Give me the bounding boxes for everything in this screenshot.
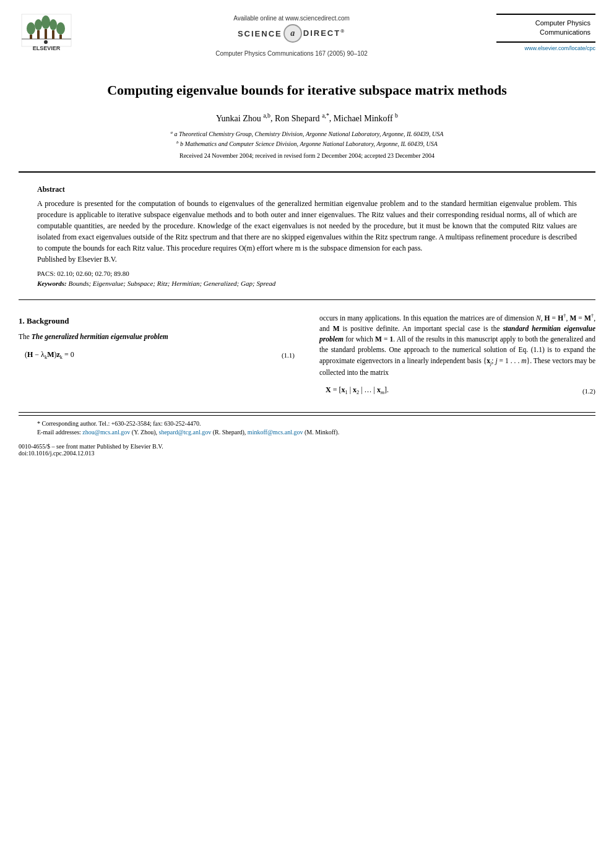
article-header: Computing eigenvalue bounds for iterativ… [0, 63, 614, 159]
svg-rect-10 [52, 30, 54, 39]
pacs-line: PACS: 02.10; 02.60; 02.70; 89.80 [37, 270, 577, 277]
header-right: Computer Physics Communications www.else… [496, 11, 595, 51]
article-title: Computing eigenvalue bounds for iterativ… [37, 82, 577, 100]
header-center: Available online at www.sciencedirect.co… [87, 11, 496, 57]
received-info: Received 24 November 2004; received in r… [37, 152, 577, 159]
keywords-label: Keywords: [37, 280, 67, 287]
col2-paragraph1: occurs in many applications. In this equ… [319, 312, 595, 378]
available-online-text: Available online at www.sciencedirect.co… [233, 15, 350, 22]
equation-1-1: (H − λkM)zk = 0 (1.1) [19, 349, 295, 362]
svg-point-1 [27, 22, 35, 35]
svg-rect-8 [37, 30, 40, 39]
email3-link[interactable]: minkoff@mcs.anl.gov [248, 429, 303, 436]
svg-point-12 [44, 40, 48, 44]
svg-text:ELSEVIER: ELSEVIER [33, 45, 61, 51]
svg-rect-11 [59, 35, 62, 39]
section-1-title: 1. Background [19, 315, 295, 327]
svg-rect-9 [45, 29, 47, 39]
svg-point-3 [41, 15, 50, 29]
svg-rect-7 [30, 35, 32, 39]
abstract-title: Abstract [37, 185, 577, 194]
header: ELSEVIER Available online at www.science… [0, 0, 614, 63]
email-addresses: E-mail addresses: zhou@mcs.anl.gov (Y. Z… [37, 428, 577, 437]
column-right: occurs in many applications. In this equ… [313, 312, 595, 403]
svg-point-5 [56, 22, 65, 35]
direct-text: DIRECT® [303, 28, 345, 38]
journal-title-text: Computer Physics Communications [501, 19, 590, 38]
body-columns: 1. Background The The generalized hermit… [0, 306, 614, 410]
abstract-text: A procedure is presented for the computa… [37, 198, 577, 254]
page: ELSEVIER Available online at www.science… [0, 0, 614, 868]
abstract-divider [19, 299, 595, 300]
section1-intro: The The generalized hermitian eigenvalue… [19, 332, 295, 342]
email1-link[interactable]: zhou@mcs.anl.gov [82, 429, 130, 436]
sciencedirect-logo: SCIENCE a DIRECT® [238, 24, 345, 43]
eq11-content: (H − λkM)zk = 0 [19, 349, 270, 362]
copyright-line: 0010-4655/$ – see front matter Published… [19, 443, 595, 450]
journal-info-text: Computer Physics Communications 167 (200… [215, 50, 368, 57]
science-text: SCIENCE [238, 29, 282, 38]
authors: Yunkai Zhou a,b, Ron Shepard a,*, Michae… [37, 112, 577, 124]
footnote-divider [19, 412, 595, 413]
sciencedirect-circle: a [283, 24, 302, 43]
journal-url[interactable]: www.elsevier.com/locate/cpc [524, 45, 595, 51]
email2-link[interactable]: shepard@tcg.anl.gov [159, 429, 212, 436]
eq12-number: (1.2) [571, 386, 595, 397]
eq12-content: X = [x1 | x2 | … | xm]. [319, 384, 571, 397]
header-divider [19, 171, 595, 173]
elsevier-logo-icon: ELSEVIER [19, 11, 74, 53]
journal-title-box: Computer Physics Communications [496, 14, 595, 43]
svg-point-4 [50, 19, 57, 30]
svg-point-2 [35, 19, 42, 30]
equation-1-2: X = [x1 | x2 | … | xm]. (1.2) [319, 384, 595, 397]
affiliations: a a Theoretical Chemistry Group, Chemist… [37, 129, 577, 148]
eq11-number: (1.1) [270, 350, 295, 361]
doi-line: doi:10.1016/j.cpc.2004.12.013 [19, 450, 595, 457]
problem-name: The generalized hermitian eigenvalue pro… [32, 333, 168, 340]
footnotes: * Corresponding author. Tel.: +630-252-3… [19, 415, 595, 440]
column-left: 1. Background The The generalized hermit… [19, 312, 301, 403]
abstract-section: Abstract A procedure is presented for th… [0, 179, 614, 293]
bottom-info: 0010-4655/$ – see front matter Published… [0, 440, 614, 459]
corresponding-author: * Corresponding author. Tel.: +630-252-3… [37, 419, 577, 428]
elsevier-logo-section: ELSEVIER [19, 11, 87, 56]
keywords-text: Bounds; Eigenvalue; Subspace; Ritz; Herm… [68, 280, 275, 287]
published-by: Published by Elsevier B.V. [37, 254, 577, 265]
keywords-line: Keywords: Bounds; Eigenvalue; Subspace; … [37, 280, 577, 287]
